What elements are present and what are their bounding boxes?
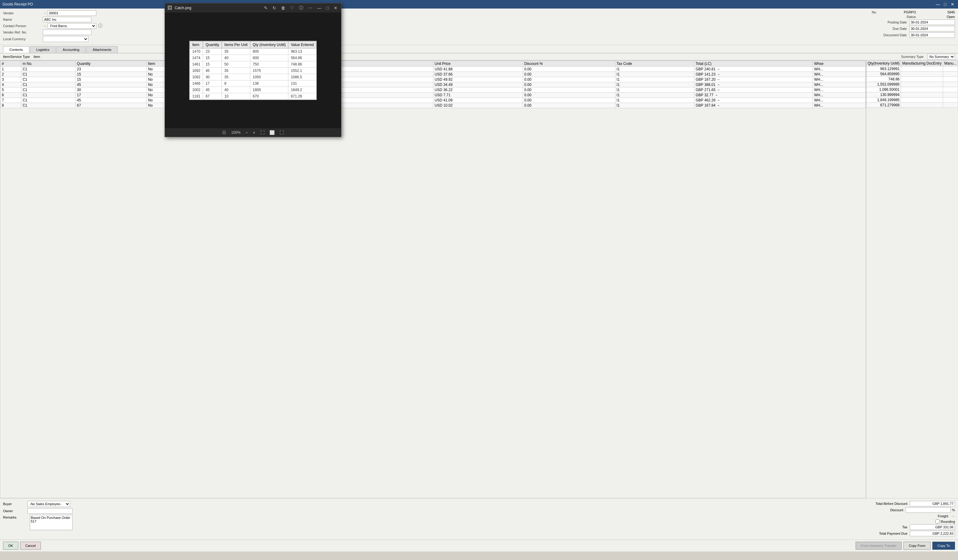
summary-qty: 1,849.199985 bbox=[866, 98, 901, 103]
vcell-item: 1092 bbox=[190, 74, 203, 81]
summary-docentry bbox=[901, 82, 943, 87]
viewer-body: Item Quantity Items Per Unit Qty (Invent… bbox=[165, 53, 341, 128]
table-row[interactable]: 2 C1 15 No 15 USD 37.66 0.00 I1 GBP 141.… bbox=[1, 72, 866, 77]
copy-to-button[interactable]: Copy To bbox=[933, 542, 955, 550]
from-inventory-transfer-button[interactable]: From Inventory Transfer bbox=[856, 542, 902, 550]
buyer-label: Buyer bbox=[3, 502, 27, 506]
discount-label: Discount bbox=[845, 508, 906, 512]
viewer-footer: ☷ 100% − + ⛶ ⬜ ⛶ bbox=[165, 128, 341, 137]
close-button[interactable]: ✕ bbox=[950, 1, 956, 7]
cell-whse: WH... bbox=[813, 87, 866, 93]
vcell-item: 1461 bbox=[190, 61, 203, 68]
vcell-inv-qty: 1050 bbox=[250, 74, 288, 81]
vcell-inv-qty: 1800 bbox=[250, 87, 288, 93]
copy-from-button[interactable]: Copy From bbox=[903, 542, 930, 550]
owner-input[interactable] bbox=[27, 508, 73, 514]
tax-label: Tax bbox=[849, 525, 910, 529]
posting-date-input[interactable] bbox=[909, 19, 955, 25]
summary-row: 564.859995 bbox=[866, 71, 958, 77]
freight-label: Freight bbox=[890, 514, 951, 518]
cell-discount: 0.00 bbox=[523, 103, 615, 108]
minimize-button[interactable]: — bbox=[935, 1, 941, 7]
vcell-per-unit: 8 bbox=[222, 81, 250, 87]
vendor-ref-input[interactable] bbox=[43, 30, 92, 35]
doc-date-input[interactable] bbox=[909, 32, 955, 38]
total-before-discount-label: Total Before Discount bbox=[849, 502, 910, 505]
vcell-value: 564.86 bbox=[288, 55, 316, 61]
tab-logistics[interactable]: Logistics bbox=[30, 46, 56, 53]
cell-num: 3 bbox=[1, 77, 21, 82]
footer-left-buttons: OK Cancel bbox=[3, 542, 41, 550]
summary-docentry bbox=[901, 98, 943, 103]
table-row[interactable]: 1 C1 23 No 23 USD 41.88 0.00 I1 GBP 240.… bbox=[1, 67, 866, 72]
col-type: m No. bbox=[21, 61, 76, 67]
table-row[interactable]: 5 C1 30 No 30 USD 36.22 0.00 I1 GBP 271.… bbox=[1, 87, 866, 93]
cell-num: 8 bbox=[1, 103, 21, 108]
vcell-item: 1466 bbox=[190, 81, 203, 87]
cell-whse: WH... bbox=[813, 67, 866, 72]
vcell-qty: 15 bbox=[203, 61, 222, 68]
table-row[interactable]: 3 C1 15 No 15 USD 49.92 0.00 I1 GBP 187.… bbox=[1, 77, 866, 82]
total-payment-label: Total Payment Due bbox=[849, 532, 910, 535]
cell-whse: WH... bbox=[813, 103, 866, 108]
cell-discount: 0.00 bbox=[523, 98, 615, 103]
table-section: # m No. Quantity Item Inventory UoM No. … bbox=[0, 60, 958, 498]
total-before-discount-row: Total Before Discount bbox=[833, 501, 955, 506]
ok-button[interactable]: OK bbox=[3, 542, 18, 550]
cell-total: GBP 271.65 → bbox=[694, 87, 813, 93]
remarks-area: Remarks Based On Purchase Order 517 bbox=[3, 515, 418, 530]
rounding-checkbox[interactable] bbox=[936, 519, 939, 524]
bottom-area: Buyer -No Sales Employee- Owner Remarks … bbox=[0, 498, 958, 539]
cell-qty: 30 bbox=[76, 87, 147, 93]
table-row[interactable]: 7 C1 45 No 45 USD 41.09 0.00 I1 GBP 462.… bbox=[1, 98, 866, 103]
viewer-actual-size-icon[interactable]: ⬜ bbox=[270, 130, 274, 135]
due-date-label: Due Date bbox=[876, 27, 909, 30]
cell-tax: I1 bbox=[615, 103, 694, 108]
summary-manu bbox=[943, 66, 958, 71]
cell-discount: 0.00 bbox=[523, 72, 615, 77]
cell-tax: I1 bbox=[615, 93, 694, 98]
tab-contents[interactable]: Contents bbox=[3, 46, 29, 53]
cell-total: GBP 141.23 → bbox=[694, 72, 813, 77]
discount-value[interactable] bbox=[906, 507, 951, 513]
cell-qty: 45 bbox=[76, 82, 147, 87]
viewer-fit-icon[interactable]: ⛶ bbox=[260, 130, 265, 135]
freight-arrow-icon[interactable]: → bbox=[951, 514, 955, 519]
viewer-zoom-in-icon[interactable]: + bbox=[253, 130, 255, 135]
viewer-fullscreen-icon[interactable]: ⛶ bbox=[279, 130, 284, 135]
cell-type: C1 bbox=[21, 103, 76, 108]
vendor-input[interactable] bbox=[48, 10, 96, 16]
due-date-input[interactable] bbox=[909, 26, 955, 32]
summary-type-select[interactable]: No Summary bbox=[927, 54, 955, 59]
cell-total: GBP 187.20 → bbox=[694, 77, 813, 82]
summary-docentry bbox=[901, 77, 943, 82]
footer-right-buttons: From Inventory Transfer Copy From Copy T… bbox=[856, 542, 955, 550]
table-row[interactable]: 6 C1 17 No 17 USD 7.71 0.00 I1 GBP 32.77… bbox=[1, 93, 866, 98]
bottom-left: Buyer -No Sales Employee- Owner Remarks … bbox=[3, 501, 418, 537]
contact-select[interactable]: Fred Barns bbox=[48, 23, 96, 28]
remarks-textarea[interactable]: Based On Purchase Order 517 bbox=[30, 515, 73, 530]
item-service-type-label: Item/Service Type Item bbox=[3, 55, 40, 59]
buyer-select[interactable]: -No Sales Employee- bbox=[27, 501, 70, 507]
col-num: # bbox=[1, 61, 21, 67]
col-qty: Quantity bbox=[76, 61, 147, 67]
buyer-row: Buyer -No Sales Employee- bbox=[3, 501, 418, 507]
contact-info-icon[interactable]: ⓘ bbox=[98, 23, 102, 28]
owner-row: Owner bbox=[3, 508, 418, 514]
cell-num: 2 bbox=[1, 72, 21, 77]
cancel-button[interactable]: Cancel bbox=[20, 542, 41, 550]
summary-manu bbox=[943, 87, 958, 92]
viewer-grid-icon[interactable]: ☷ bbox=[222, 130, 226, 135]
maximize-button[interactable]: □ bbox=[942, 1, 948, 7]
tab-accounting[interactable]: Accounting bbox=[56, 46, 86, 53]
name-input[interactable] bbox=[43, 17, 92, 22]
remarks-label: Remarks bbox=[3, 516, 27, 530]
table-row[interactable]: 4 C1 45 No 45 USD 34.49 0.00 I1 GBP 388.… bbox=[1, 82, 866, 87]
table-row[interactable]: 8 C1 67 No 67 USD 10.02 0.00 I1 GBP 167.… bbox=[1, 103, 866, 108]
tab-attachments[interactable]: Attachments bbox=[86, 46, 117, 53]
summary-type-label: Summary Type bbox=[901, 55, 925, 59]
viewer-zoom-out-icon[interactable]: − bbox=[245, 130, 248, 135]
cell-tax: I1 bbox=[615, 87, 694, 93]
main-table-wrapper[interactable]: # m No. Quantity Item Inventory UoM No. … bbox=[0, 60, 866, 498]
local-currency-select[interactable] bbox=[43, 36, 89, 42]
